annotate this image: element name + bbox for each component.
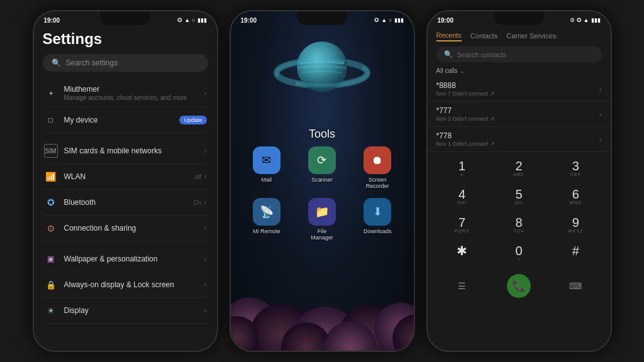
mail-label: Mail bbox=[261, 177, 272, 183]
sim-right: › bbox=[204, 146, 207, 155]
call-number-778: *778 bbox=[436, 131, 495, 140]
scanner-icon: ⟳ bbox=[308, 146, 336, 174]
dial-hash[interactable]: # bbox=[547, 239, 604, 268]
wlan-text: WLAN bbox=[64, 172, 189, 181]
bt-icon: ✪ bbox=[44, 195, 58, 209]
keyboard-button[interactable]: ⌨ bbox=[564, 274, 587, 298]
status-time-1: 19:00 bbox=[44, 17, 60, 24]
settings-content: Settings 🔍 Search settings ✦ Miuthemer M… bbox=[34, 30, 217, 324]
app-remote[interactable]: 📡 Mi Remote bbox=[243, 198, 290, 241]
dial-star[interactable]: ✱ , bbox=[434, 239, 491, 268]
remote-label: Mi Remote bbox=[253, 228, 280, 234]
connection-icon: ⊙ bbox=[44, 221, 58, 235]
mydevice-title: My device bbox=[64, 116, 174, 124]
signal-icon-3: ▲ bbox=[584, 17, 589, 23]
files-label: File Manager bbox=[311, 228, 333, 241]
app-files[interactable]: 📁 File Manager bbox=[299, 198, 345, 241]
search-bar-placeholder: Search settings bbox=[66, 58, 118, 67]
dial-0[interactable]: 0 + bbox=[491, 239, 547, 268]
wlan-right: off › bbox=[195, 172, 207, 181]
status-icons-2: ✪ ▲ ○ ▮▮▮ bbox=[374, 17, 403, 23]
tab-recents[interactable]: Recents bbox=[436, 30, 462, 41]
signal-status-icon: ▲ bbox=[381, 17, 387, 23]
dial-6[interactable]: 6 MNO bbox=[547, 183, 604, 211]
call-info-8888: Nov 7 Didn't connect ↗ bbox=[436, 90, 495, 97]
scanner-label: Scanner bbox=[311, 177, 333, 183]
sim-icon: SIM bbox=[44, 144, 58, 158]
dial-4[interactable]: 4 GHI bbox=[434, 183, 491, 211]
battery-icon-3: ▮▮▮ bbox=[591, 17, 601, 23]
app-scanner[interactable]: ⟳ Scanner bbox=[299, 146, 345, 189]
home-clouds bbox=[231, 225, 414, 351]
phone-dialer: 19:00 ⚙ ✪ ▲ ▮▮▮ Recents Contacts Carrier… bbox=[426, 10, 612, 352]
phones-container: 19:00 ✪ ▲ ○ ▮▮▮ Settings 🔍 Search settin… bbox=[0, 0, 644, 362]
dialer-search-bar[interactable]: 🔍 Search contacts bbox=[436, 47, 602, 62]
connection-title: Connection & sharing bbox=[64, 224, 198, 233]
connection-right: › bbox=[204, 224, 207, 233]
dial-5[interactable]: 5 JKL bbox=[491, 183, 547, 211]
status-icons-3: ⚙ ✪ ▲ ▮▮▮ bbox=[570, 17, 601, 23]
status-time-2: 19:00 bbox=[241, 17, 257, 24]
search-icon-3: 🔍 bbox=[444, 50, 453, 58]
battery-icon: ▮▮▮ bbox=[197, 17, 207, 23]
call-item-777[interactable]: *777 Nov 3 Didn't connect ↗ › bbox=[428, 102, 611, 127]
call-item-778[interactable]: *778 Nov 1 Didn't connect ↗ › bbox=[428, 127, 611, 152]
voicemail-button[interactable]: ☰ bbox=[450, 274, 474, 298]
bluetooth-icon: ✪ bbox=[177, 17, 182, 23]
search-bar[interactable]: 🔍 Search settings bbox=[43, 54, 208, 72]
mydevice-icon: □ bbox=[44, 113, 58, 127]
call-button[interactable]: 📞 bbox=[507, 274, 531, 298]
wallpaper-icon: ▣ bbox=[44, 252, 58, 266]
call-item-8888[interactable]: *8888 Nov 7 Didn't connect ↗ › bbox=[428, 77, 611, 102]
app-downloads[interactable]: ⬇ Downloads bbox=[354, 198, 401, 241]
apps-grid: ✉ Mail ⟳ Scanner ⏺ Screen Recorder 📡 Mi … bbox=[231, 146, 414, 241]
status-time-3: 19:00 bbox=[438, 17, 454, 24]
display-right: › bbox=[204, 306, 207, 315]
sim-text: SIM cards & mobile networks bbox=[64, 146, 198, 155]
settings-item-mydevice[interactable]: □ My device Update bbox=[43, 107, 208, 133]
tab-contacts[interactable]: Contacts bbox=[470, 31, 497, 41]
settings-item-connection[interactable]: ⊙ Connection & sharing › bbox=[43, 216, 208, 241]
display-text: Display bbox=[64, 306, 198, 315]
mydevice-text: My device bbox=[64, 116, 174, 124]
settings-item-wallpaper[interactable]: ▣ Wallpaper & personalization › bbox=[43, 246, 208, 272]
wallpaper-right: › bbox=[204, 255, 207, 263]
settings-item-sim[interactable]: SIM SIM cards & mobile networks › bbox=[43, 138, 208, 164]
status-bar-1: 19:00 ✪ ▲ ○ ▮▮▮ bbox=[34, 11, 217, 26]
phone-home: 19:00 ✪ ▲ ○ ▮▮▮ bbox=[230, 10, 415, 352]
settings-item-display[interactable]: ☀ Display › bbox=[43, 298, 208, 324]
bt-title: Bluetooth bbox=[64, 198, 187, 207]
tab-carrier[interactable]: Carrier Services bbox=[506, 31, 556, 41]
app-recorder[interactable]: ⏺ Screen Recorder bbox=[354, 146, 401, 189]
app-mail[interactable]: ✉ Mail bbox=[243, 146, 290, 189]
dial-3[interactable]: 3 DEF bbox=[547, 155, 604, 183]
folder-title: Tools bbox=[231, 128, 414, 141]
remote-icon: 📡 bbox=[253, 198, 280, 226]
call-detail-778: › bbox=[599, 135, 602, 144]
settings-item-bluetooth[interactable]: ✪ Bluetooth On › bbox=[43, 190, 208, 216]
all-calls-filter[interactable]: All calls ⌄ bbox=[428, 66, 611, 77]
dial-8[interactable]: 8 TUV bbox=[491, 211, 547, 239]
home-screen: 19:00 ✪ ▲ ○ ▮▮▮ bbox=[231, 11, 414, 351]
dial-1[interactable]: 1 ∞ bbox=[434, 155, 491, 183]
bt-text: Bluetooth bbox=[64, 198, 187, 207]
sim-title: SIM cards & mobile networks bbox=[64, 146, 198, 155]
lock-icon: 🔒 bbox=[44, 278, 58, 292]
dial-9[interactable]: 9 WXYZ bbox=[547, 211, 604, 239]
wlan-title: WLAN bbox=[64, 172, 189, 181]
recorder-icon: ⏺ bbox=[364, 146, 391, 174]
settings-item-lockscreen[interactable]: 🔒 Always-on display & Lock screen › bbox=[43, 272, 208, 298]
miuthemer-subtitle: Manage accounts, cloud services, and mor… bbox=[64, 94, 198, 101]
call-number-777: *777 bbox=[436, 106, 495, 115]
downloads-label: Downloads bbox=[364, 228, 392, 234]
recorder-label: Screen Recorder bbox=[366, 177, 389, 189]
all-calls-chevron: ⌄ bbox=[460, 68, 465, 74]
settings-item-wlan[interactable]: 📶 WLAN off › bbox=[43, 164, 208, 190]
dial-2[interactable]: 2 ABC bbox=[491, 155, 547, 183]
miuthemer-right: › bbox=[204, 89, 207, 97]
settings-item-miuthemer[interactable]: ✦ Miuthemer Manage accounts, cloud servi… bbox=[43, 79, 208, 107]
mydevice-right: Update bbox=[179, 116, 206, 124]
display-title: Display bbox=[64, 306, 198, 315]
status-bar-2: 19:00 ✪ ▲ ○ ▮▮▮ bbox=[231, 11, 414, 26]
dial-7[interactable]: 7 PQRS bbox=[434, 211, 491, 239]
